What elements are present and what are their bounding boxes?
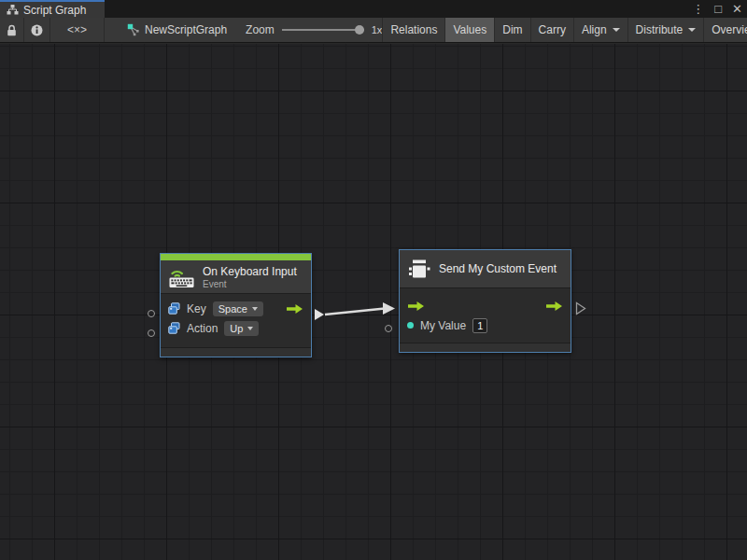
relations-button[interactable]: Relations: [382, 18, 444, 42]
keyboard-output-triangle-port[interactable]: [315, 309, 324, 320]
chevron-down-icon: [613, 28, 620, 32]
graph-canvas[interactable]: [0, 44, 747, 560]
chevron-down-icon: [252, 307, 258, 311]
node-header[interactable]: On Keyboard Input Event: [161, 260, 311, 294]
zoom-control: Zoom 1x: [246, 18, 382, 42]
align-label: Align: [582, 23, 607, 36]
carry-label: Carry: [539, 23, 566, 36]
zoom-slider-track[interactable]: [282, 29, 364, 31]
script-graph-asset-icon: [127, 23, 140, 36]
enum-object-icon: [168, 322, 180, 334]
overview-button[interactable]: Overview: [703, 18, 747, 42]
code-icon: <×>: [67, 23, 87, 36]
code-view-button[interactable]: <×>: [50, 18, 105, 42]
port-row-my-value: My Value 1: [407, 315, 563, 335]
distribute-label: Distribute: [636, 23, 684, 36]
toolbar: <×> NewScriptGraph Zoom 1x Relations: [0, 18, 747, 43]
send-output-triangle-port[interactable]: [575, 301, 586, 315]
tab-title: Script Graph: [23, 4, 86, 17]
action-dropdown[interactable]: Up: [224, 321, 259, 336]
port-row-key: Key Space: [168, 299, 303, 318]
toolbar-right-group: Relations Values Dim Carry Align Distrib…: [382, 18, 747, 42]
node-footer: [400, 343, 571, 352]
port-label-action: Action: [187, 322, 218, 335]
values-label: Values: [453, 23, 486, 36]
lock-button[interactable]: [0, 18, 24, 42]
key-dropdown[interactable]: Space: [213, 301, 263, 316]
values-button[interactable]: Values: [444, 18, 494, 42]
control-output-port[interactable]: [286, 303, 303, 315]
port-label-key: Key: [187, 302, 206, 315]
node-body: My Value 1: [400, 288, 571, 339]
node-header-text: On Keyboard Input Event: [203, 265, 297, 289]
graph-hierarchy-icon: [7, 4, 19, 16]
close-icon[interactable]: ✕: [732, 0, 742, 18]
node-header[interactable]: Send My Custom Event: [400, 250, 571, 288]
node-send-my-custom-event[interactable]: Send My Custom Event My Value 1: [399, 249, 571, 353]
info-button[interactable]: [24, 18, 50, 42]
enum-object-icon: [168, 302, 180, 315]
maximize-icon[interactable]: □: [714, 0, 722, 18]
graph-name-label: NewScriptGraph: [145, 23, 227, 36]
dim-label: Dim: [502, 23, 522, 36]
distribute-dropdown[interactable]: Distribute: [627, 18, 704, 42]
port-label-my-value: My Value: [420, 319, 466, 332]
control-input-port[interactable]: [407, 301, 425, 312]
port-row-control: [407, 296, 563, 315]
key-dropdown-value: Space: [218, 303, 247, 315]
chevron-down-icon: [688, 28, 696, 32]
graph-name-group[interactable]: NewScriptGraph: [127, 18, 227, 42]
node-title: Send My Custom Event: [439, 262, 557, 275]
carry-button[interactable]: Carry: [530, 18, 573, 42]
dim-button[interactable]: Dim: [494, 18, 529, 42]
info-icon: [31, 24, 43, 36]
zoom-slider-knob[interactable]: [355, 25, 364, 35]
node-title: On Keyboard Input: [203, 265, 297, 278]
custom-event-icon: [408, 259, 430, 280]
my-value-input[interactable]: 1: [472, 318, 487, 333]
node-body: Key Space Action Up: [161, 294, 311, 342]
action-external-port-circle[interactable]: [148, 329, 155, 337]
lock-icon: [7, 24, 17, 36]
overview-label: Overview: [712, 23, 747, 36]
tab-script-graph[interactable]: Script Graph: [0, 0, 105, 18]
event-strip: [161, 254, 311, 260]
zoom-value: 1x: [372, 24, 383, 35]
my-value-external-port-circle[interactable]: [385, 325, 392, 332]
zoom-label: Zoom: [246, 23, 275, 36]
titlebar: Script Graph ⋮ □ ✕: [0, 0, 747, 18]
node-subtitle: Event: [203, 279, 297, 289]
keyboard-icon: [169, 266, 194, 288]
action-dropdown-value: Up: [230, 323, 243, 334]
chevron-down-icon: [247, 327, 253, 330]
script-graph-window: Script Graph ⋮ □ ✕ <×>: [0, 0, 747, 560]
value-input-port[interactable]: [407, 322, 414, 329]
node-footer: [161, 347, 311, 357]
zoom-slider[interactable]: [282, 24, 364, 35]
window-controls: ⋮ □ ✕: [692, 0, 742, 18]
node-on-keyboard-input[interactable]: On Keyboard Input Event Key Space: [160, 253, 312, 357]
control-output-port[interactable]: [545, 301, 563, 312]
port-row-action: Action Up: [168, 318, 303, 338]
key-external-port-circle[interactable]: [148, 310, 155, 317]
relations-label: Relations: [390, 23, 437, 36]
align-dropdown[interactable]: Align: [573, 18, 627, 42]
more-menu-icon[interactable]: ⋮: [692, 0, 704, 18]
